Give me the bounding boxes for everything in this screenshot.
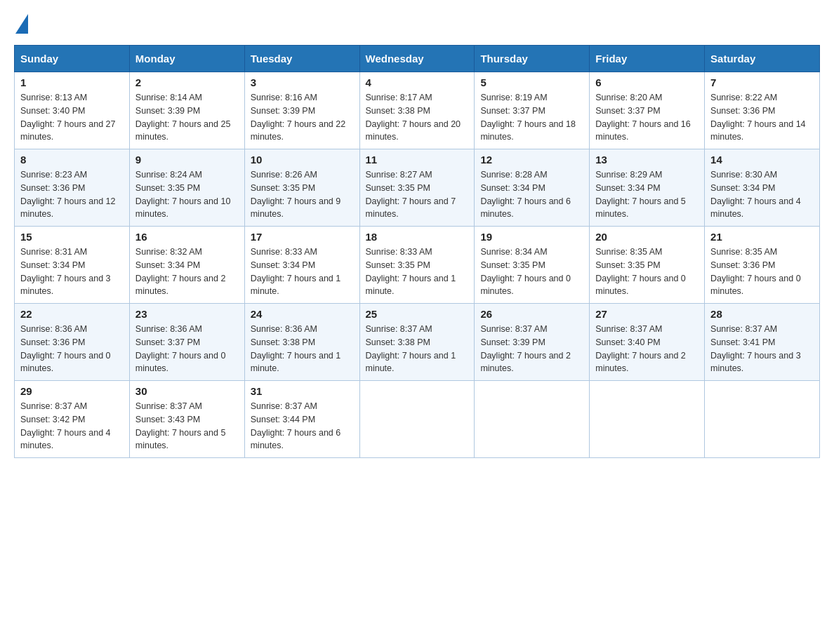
calendar-cell: 23 Sunrise: 8:36 AMSunset: 3:37 PMDaylig…	[129, 304, 244, 381]
day-info: Sunrise: 8:17 AMSunset: 3:38 PMDaylight:…	[366, 93, 461, 142]
day-number: 10	[251, 154, 354, 166]
day-number: 31	[251, 385, 354, 397]
header-friday: Friday	[590, 46, 705, 72]
day-number: 4	[366, 76, 469, 88]
week-row-5: 29 Sunrise: 8:37 AMSunset: 3:42 PMDaylig…	[15, 381, 820, 458]
day-info: Sunrise: 8:32 AMSunset: 3:34 PMDaylight:…	[135, 247, 226, 296]
day-number: 8	[20, 154, 124, 166]
header-wednesday: Wednesday	[359, 46, 475, 72]
calendar-cell: 29 Sunrise: 8:37 AMSunset: 3:42 PMDaylig…	[15, 381, 130, 458]
logo	[14, 14, 28, 31]
calendar-cell: 13 Sunrise: 8:29 AMSunset: 3:34 PMDaylig…	[590, 149, 705, 227]
calendar-cell: 10 Sunrise: 8:26 AMSunset: 3:35 PMDaylig…	[244, 149, 359, 227]
calendar-cell: 18 Sunrise: 8:33 AMSunset: 3:35 PMDaylig…	[359, 227, 475, 304]
calendar-cell: 21 Sunrise: 8:35 AMSunset: 3:36 PMDaylig…	[705, 227, 820, 304]
day-number: 9	[135, 154, 239, 166]
day-info: Sunrise: 8:36 AMSunset: 3:38 PMDaylight:…	[251, 324, 341, 373]
calendar-cell	[590, 381, 705, 458]
day-number: 28	[710, 308, 814, 320]
calendar-cell: 22 Sunrise: 8:36 AMSunset: 3:36 PMDaylig…	[15, 304, 130, 381]
day-number: 25	[366, 308, 469, 320]
day-info: Sunrise: 8:22 AMSunset: 3:36 PMDaylight:…	[710, 93, 806, 142]
header-saturday: Saturday	[705, 46, 820, 72]
day-info: Sunrise: 8:35 AMSunset: 3:36 PMDaylight:…	[710, 247, 801, 296]
day-number: 14	[710, 154, 814, 166]
day-info: Sunrise: 8:37 AMSunset: 3:42 PMDaylight:…	[20, 401, 111, 450]
calendar-cell: 14 Sunrise: 8:30 AMSunset: 3:34 PMDaylig…	[705, 149, 820, 227]
day-number: 12	[480, 154, 583, 166]
page-header	[14, 14, 820, 31]
day-number: 13	[595, 154, 699, 166]
day-info: Sunrise: 8:23 AMSunset: 3:36 PMDaylight:…	[20, 170, 116, 219]
calendar-cell: 25 Sunrise: 8:37 AMSunset: 3:38 PMDaylig…	[359, 304, 475, 381]
day-info: Sunrise: 8:14 AMSunset: 3:39 PMDaylight:…	[135, 93, 231, 142]
day-number: 20	[595, 231, 699, 243]
day-number: 1	[20, 76, 124, 88]
day-number: 7	[710, 76, 814, 88]
calendar-cell: 2 Sunrise: 8:14 AMSunset: 3:39 PMDayligh…	[129, 72, 244, 149]
calendar-cell	[359, 381, 475, 458]
week-row-2: 8 Sunrise: 8:23 AMSunset: 3:36 PMDayligh…	[15, 149, 820, 227]
calendar-cell: 16 Sunrise: 8:32 AMSunset: 3:34 PMDaylig…	[129, 227, 244, 304]
calendar-cell	[705, 381, 820, 458]
day-number: 15	[20, 231, 124, 243]
day-number: 3	[251, 76, 354, 88]
calendar-cell: 4 Sunrise: 8:17 AMSunset: 3:38 PMDayligh…	[359, 72, 475, 149]
day-number: 27	[595, 308, 699, 320]
day-info: Sunrise: 8:35 AMSunset: 3:35 PMDaylight:…	[595, 247, 686, 296]
week-row-3: 15 Sunrise: 8:31 AMSunset: 3:34 PMDaylig…	[15, 227, 820, 304]
day-info: Sunrise: 8:37 AMSunset: 3:41 PMDaylight:…	[710, 324, 801, 373]
calendar-cell: 24 Sunrise: 8:36 AMSunset: 3:38 PMDaylig…	[244, 304, 359, 381]
calendar-cell: 8 Sunrise: 8:23 AMSunset: 3:36 PMDayligh…	[15, 149, 130, 227]
day-number: 6	[595, 76, 699, 88]
week-row-4: 22 Sunrise: 8:36 AMSunset: 3:36 PMDaylig…	[15, 304, 820, 381]
day-info: Sunrise: 8:37 AMSunset: 3:43 PMDaylight:…	[135, 401, 226, 450]
calendar-cell: 5 Sunrise: 8:19 AMSunset: 3:37 PMDayligh…	[475, 72, 590, 149]
calendar-cell: 27 Sunrise: 8:37 AMSunset: 3:40 PMDaylig…	[590, 304, 705, 381]
day-number: 24	[251, 308, 354, 320]
calendar-cell: 11 Sunrise: 8:27 AMSunset: 3:35 PMDaylig…	[359, 149, 475, 227]
day-number: 5	[480, 76, 583, 88]
calendar-cell: 9 Sunrise: 8:24 AMSunset: 3:35 PMDayligh…	[129, 149, 244, 227]
calendar-cell: 26 Sunrise: 8:37 AMSunset: 3:39 PMDaylig…	[475, 304, 590, 381]
calendar-cell: 20 Sunrise: 8:35 AMSunset: 3:35 PMDaylig…	[590, 227, 705, 304]
calendar-cell: 15 Sunrise: 8:31 AMSunset: 3:34 PMDaylig…	[15, 227, 130, 304]
day-number: 30	[135, 385, 239, 397]
calendar-cell: 7 Sunrise: 8:22 AMSunset: 3:36 PMDayligh…	[705, 72, 820, 149]
day-info: Sunrise: 8:31 AMSunset: 3:34 PMDaylight:…	[20, 247, 111, 296]
day-info: Sunrise: 8:19 AMSunset: 3:37 PMDaylight:…	[480, 93, 576, 142]
day-info: Sunrise: 8:28 AMSunset: 3:34 PMDaylight:…	[480, 170, 571, 219]
calendar-cell: 6 Sunrise: 8:20 AMSunset: 3:37 PMDayligh…	[590, 72, 705, 149]
day-info: Sunrise: 8:27 AMSunset: 3:35 PMDaylight:…	[366, 170, 456, 219]
calendar-cell: 28 Sunrise: 8:37 AMSunset: 3:41 PMDaylig…	[705, 304, 820, 381]
day-number: 2	[135, 76, 239, 88]
week-row-1: 1 Sunrise: 8:13 AMSunset: 3:40 PMDayligh…	[15, 72, 820, 149]
day-info: Sunrise: 8:33 AMSunset: 3:34 PMDaylight:…	[251, 247, 341, 296]
day-info: Sunrise: 8:26 AMSunset: 3:35 PMDaylight:…	[251, 170, 341, 219]
calendar-cell: 17 Sunrise: 8:33 AMSunset: 3:34 PMDaylig…	[244, 227, 359, 304]
header-monday: Monday	[129, 46, 244, 72]
calendar-cell: 19 Sunrise: 8:34 AMSunset: 3:35 PMDaylig…	[475, 227, 590, 304]
day-number: 16	[135, 231, 239, 243]
day-number: 18	[366, 231, 469, 243]
day-info: Sunrise: 8:30 AMSunset: 3:34 PMDaylight:…	[710, 170, 801, 219]
calendar-cell: 30 Sunrise: 8:37 AMSunset: 3:43 PMDaylig…	[129, 381, 244, 458]
day-number: 17	[251, 231, 354, 243]
calendar-table: SundayMondayTuesdayWednesdayThursdayFrid…	[14, 45, 820, 458]
day-number: 19	[480, 231, 583, 243]
day-number: 26	[480, 308, 583, 320]
day-info: Sunrise: 8:37 AMSunset: 3:38 PMDaylight:…	[366, 324, 456, 373]
day-info: Sunrise: 8:24 AMSunset: 3:35 PMDaylight:…	[135, 170, 231, 219]
day-number: 11	[366, 154, 469, 166]
day-info: Sunrise: 8:16 AMSunset: 3:39 PMDaylight:…	[251, 93, 346, 142]
header-tuesday: Tuesday	[244, 46, 359, 72]
day-info: Sunrise: 8:13 AMSunset: 3:40 PMDaylight:…	[20, 93, 116, 142]
calendar-cell: 3 Sunrise: 8:16 AMSunset: 3:39 PMDayligh…	[244, 72, 359, 149]
calendar-cell	[475, 381, 590, 458]
day-info: Sunrise: 8:37 AMSunset: 3:44 PMDaylight:…	[251, 401, 341, 450]
header-sunday: Sunday	[15, 46, 130, 72]
day-number: 29	[20, 385, 124, 397]
day-number: 21	[710, 231, 814, 243]
calendar-header-row: SundayMondayTuesdayWednesdayThursdayFrid…	[15, 46, 820, 72]
day-number: 23	[135, 308, 239, 320]
